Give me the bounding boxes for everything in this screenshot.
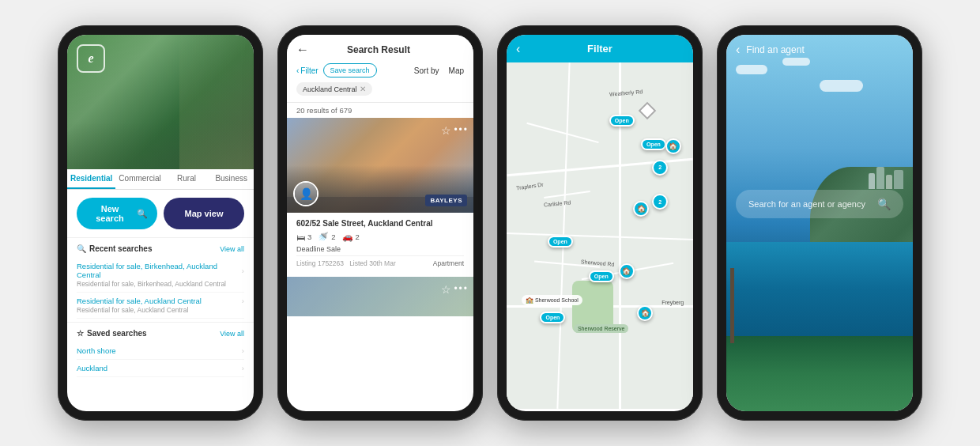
phone-1-home: e Residential Commercial Rural Business …: [58, 25, 263, 421]
map-view-label: Map view: [185, 209, 224, 218]
road-h2: [507, 232, 693, 240]
listing-card-2[interactable]: ☆ •••: [287, 277, 473, 316]
listing-meta: Listing 1752263 Listed 30th Mar Apartmen…: [296, 255, 464, 267]
tab-residential[interactable]: Residential: [67, 169, 115, 189]
search-icon: 🔍: [137, 209, 148, 219]
agent-search-area: Search for an agent or agency 🔍: [736, 190, 903, 218]
app-logo: e: [77, 44, 105, 73]
listing-sale-type: Deadline Sale: [296, 245, 464, 253]
tab-business[interactable]: Business: [209, 169, 254, 189]
parking-feature: 🚗 2: [342, 232, 360, 242]
chevron-right-icon-3: ›: [242, 346, 244, 355]
agency-badge: BAYLEYS: [425, 195, 467, 206]
tab-commercial[interactable]: Commercial: [115, 169, 164, 189]
water-area: [726, 242, 913, 336]
saved-search-auckland[interactable]: Auckland ›: [77, 360, 244, 377]
listing-image: ☆ ••• 👤 BAYLEYS: [287, 118, 473, 213]
recent-search-1-title: Residential for sale, Birkenhead, Auckla…: [77, 262, 242, 279]
chevron-right-icon: ›: [242, 266, 244, 275]
tab-rural[interactable]: Rural: [164, 169, 209, 189]
bedrooms-feature: 🛏 3: [296, 232, 311, 242]
filter-header: ‹ Filter: [507, 35, 693, 62]
phone-3-map-filter: ‹ Filter Weather: [497, 25, 703, 421]
agent-search-icon: 🔍: [877, 198, 891, 210]
bathrooms-feature: 🚿 2: [318, 232, 335, 242]
map-pin-open-3[interactable]: Open: [548, 236, 573, 248]
agent-search-bar[interactable]: Search for an agent or agency 🔍: [736, 190, 903, 218]
saved-search-north-shore[interactable]: North shore ›: [77, 342, 244, 360]
remove-chip-icon[interactable]: ✕: [360, 85, 366, 93]
recent-searches-section: 🔍 Recent searches View all Residential f…: [67, 237, 254, 322]
school-label: 🏫 Sherwood School: [522, 295, 582, 305]
saved-searches-view-all[interactable]: View all: [220, 330, 244, 338]
listing-id: Listing 1752263 Listed 30th Mar: [296, 259, 396, 267]
clock-icon: 🔍: [77, 244, 86, 253]
star-icon: ☆: [77, 329, 84, 338]
listing-options-icon[interactable]: •••: [454, 124, 469, 135]
diamond-pin: [639, 101, 657, 119]
search-results-header: ← Search Result ‹ Filter Save search Sor…: [287, 35, 473, 103]
map-toggle-button[interactable]: Map: [449, 66, 464, 75]
parking-count: 2: [356, 232, 360, 241]
map-pin-house-2[interactable]: 🏠: [633, 201, 649, 217]
back-button-map[interactable]: ‹: [516, 42, 520, 56]
back-button[interactable]: ←: [296, 43, 309, 57]
filter-button[interactable]: ‹ Filter: [296, 66, 318, 75]
map-pin-num-2[interactable]: 2: [652, 194, 668, 210]
page-title: Search Result: [347, 44, 410, 55]
map-pin-house-3[interactable]: 🏠: [619, 263, 635, 279]
favorite-icon-2[interactable]: ☆: [441, 283, 451, 296]
bed-icon: 🛏: [296, 232, 305, 242]
recent-search-2-sub: Residential for sale, Auckland Central: [77, 306, 244, 314]
buildings: [869, 167, 903, 189]
recent-search-item-2[interactable]: Residential for sale, Auckland Central ›…: [77, 293, 244, 319]
phone-2-search-results: ← Search Result ‹ Filter Save search Sor…: [277, 25, 483, 421]
map-pin-open-5[interactable]: Open: [540, 312, 565, 323]
road-label-weatherly: Weatherly Rd: [609, 89, 643, 97]
favorite-icon[interactable]: ☆: [441, 124, 451, 137]
listing-info: 602/52 Sale Street, Auckland Central 🛏 3…: [287, 213, 473, 274]
recent-searches-view-all[interactable]: View all: [220, 245, 244, 253]
agent-hero: ‹ Find an agent Search for an agent or a…: [726, 35, 913, 411]
map-pin-open-1[interactable]: Open: [609, 115, 635, 127]
listing-category: Apartment: [433, 259, 464, 267]
sort-by-label: Sort by: [414, 66, 439, 75]
bathroom-count: 2: [331, 232, 335, 241]
saved-search-2-label: Auckland: [77, 364, 107, 372]
filter-title: Filter: [587, 43, 612, 55]
back-button-agent[interactable]: ‹: [736, 43, 740, 57]
road-carlisle: [544, 191, 590, 198]
new-search-button[interactable]: New search 🔍: [77, 198, 157, 229]
listing-options-icon-2[interactable]: •••: [454, 283, 469, 294]
agent-avatar: 👤: [293, 181, 318, 206]
listing-address: 602/52 Sale Street, Auckland Central: [296, 219, 464, 228]
road-d1: [526, 122, 599, 142]
map-pin-house-1[interactable]: 🏠: [665, 138, 681, 154]
save-search-button[interactable]: Save search: [323, 63, 377, 77]
agent-search-placeholder: Search for an agent or agency: [748, 199, 865, 209]
map-pin-house-4[interactable]: 🏠: [637, 305, 653, 321]
listing-card-1[interactable]: ☆ ••• 👤 BAYLEYS 602/52 Sale Street, Auck…: [287, 118, 473, 274]
chevron-left-icon: ‹: [296, 66, 299, 75]
parking-icon: 🚗: [342, 232, 353, 242]
chevron-right-icon-2: ›: [242, 297, 244, 305]
map-pin-num-1[interactable]: 2: [652, 160, 668, 176]
bath-icon: 🚿: [318, 232, 329, 242]
jetty: [730, 268, 734, 343]
map-pin-open-2[interactable]: Open: [641, 138, 666, 150]
map-view-area: Weatherly Rd Traplers Dr Carlisle Rd She…: [507, 62, 693, 409]
saved-searches-section: ☆ Saved searches View all North shore › …: [67, 322, 254, 380]
map-view-button[interactable]: Map view: [164, 198, 244, 229]
find-agent-title: Find an agent: [746, 44, 804, 55]
map-pin-open-4[interactable]: Open: [589, 270, 614, 282]
park-label: Sherwood Reserve: [574, 324, 629, 333]
road-label-carlisle: Carlisle Rd: [544, 200, 571, 208]
location-chip[interactable]: Auckland Central ✕: [296, 82, 372, 96]
recent-search-item-1[interactable]: Residential for sale, Birkenhead, Auckla…: [77, 258, 244, 293]
action-buttons: New search 🔍 Map view: [67, 190, 254, 237]
saved-search-1-label: North shore: [77, 346, 116, 355]
area-label-freyberg: Freyberg: [662, 300, 684, 305]
recent-search-2-title: Residential for sale, Auckland Central: [77, 297, 202, 305]
saved-searches-title: ☆ Saved searches: [77, 329, 147, 338]
road-label-traplers: Traplers Dr: [515, 182, 543, 191]
